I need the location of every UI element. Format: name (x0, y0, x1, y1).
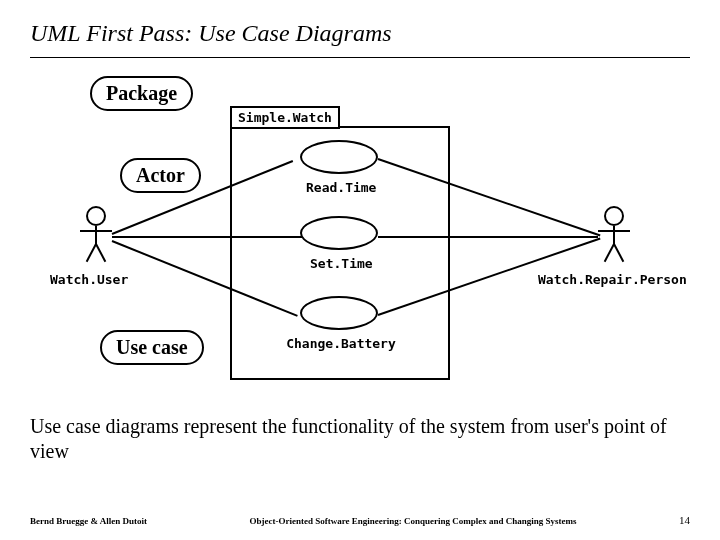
assoc-line (112, 236, 302, 238)
actor-label-watchuser: Watch.User (50, 272, 128, 287)
callout-package: Package (90, 76, 193, 111)
divider (30, 57, 690, 58)
callout-usecase: Use case (100, 330, 204, 365)
body-text: Use case diagrams represent the function… (30, 414, 690, 464)
page-title: UML First Pass: Use Case Diagrams (30, 20, 690, 47)
assoc-line (378, 236, 598, 238)
footer-left: Bernd Bruegge & Allen Dutoit (30, 516, 147, 526)
footer-center: Object-Oriented Software Engineering: Co… (147, 516, 679, 526)
usecase-ellipse-settime (300, 216, 378, 250)
callout-actor: Actor (120, 158, 201, 193)
usecase-label-changebattery: Change.Battery (286, 336, 396, 351)
usecase-ellipse-changebattery (300, 296, 378, 330)
usecase-ellipse-readtime (300, 140, 378, 174)
footer: Bernd Bruegge & Allen Dutoit Object-Orie… (0, 514, 720, 526)
package-tab: Simple.Watch (230, 106, 340, 129)
footer-page-number: 14 (679, 514, 690, 526)
actor-watchuser-icon (80, 206, 112, 262)
usecase-label-settime: Set.Time (310, 256, 372, 271)
actor-label-watchrepair: Watch.Repair.Person (538, 272, 687, 287)
diagram-area: Package Actor Use case Simple.Watch Read… (30, 68, 690, 408)
usecase-label-readtime: Read.Time (306, 180, 376, 195)
actor-watchrepair-icon (598, 206, 630, 262)
